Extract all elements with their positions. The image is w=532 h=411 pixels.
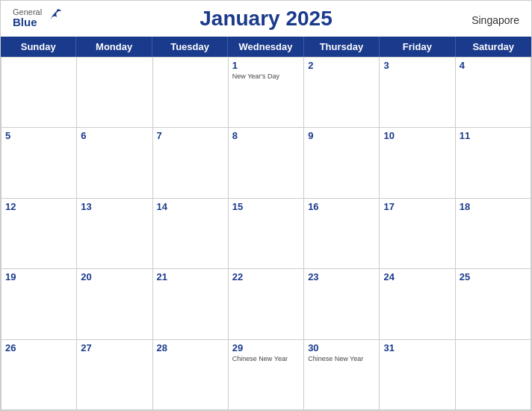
day-number: 10 [383,130,451,141]
holiday-text: Chinese New Year [232,355,300,363]
day-number: 17 [383,201,451,212]
day-header-thursday: Thursday [304,37,380,57]
day-number: 24 [383,271,451,282]
day-number: 5 [5,130,72,141]
day-cell [1,58,77,128]
day-number: 14 [157,201,224,212]
day-cell: 6 [77,128,152,198]
day-cell: 17 [380,199,455,269]
day-number: 30 [308,342,375,353]
day-number: 23 [308,271,375,282]
day-header-friday: Friday [380,37,455,57]
day-cell: 3 [380,58,455,128]
day-header-sunday: Sunday [1,37,76,57]
day-cell: 14 [153,199,229,269]
day-number: 16 [308,201,375,212]
day-cell: 31 [380,340,455,410]
day-number: 15 [232,201,300,212]
day-cell: 28 [153,340,229,410]
day-cell: 8 [229,128,304,198]
day-cell: 19 [1,269,77,339]
day-header-monday: Monday [76,37,152,57]
calendar-grid: 1New Year's Day2345678910111213141516171… [1,57,531,410]
logo-blue: Blue [13,16,42,28]
calendar-wrapper: General Blue January 2025 Singapore Sund… [0,0,532,411]
day-cell: 25 [456,269,531,339]
day-cell: 20 [77,269,152,339]
day-number: 13 [81,201,148,212]
title-block: January 2025 [200,7,332,31]
day-cell: 10 [380,128,455,198]
day-cell: 27 [77,340,152,410]
day-number: 25 [460,271,527,282]
day-cell [153,58,229,128]
day-cell: 1New Year's Day [229,58,304,128]
day-cell: 5 [1,128,77,198]
day-cell: 30Chinese New Year [304,340,380,410]
day-number: 20 [81,271,148,282]
day-header-wednesday: Wednesday [228,37,303,57]
day-number: 6 [81,130,148,141]
day-header-saturday: Saturday [456,37,531,57]
logo: General Blue [13,7,61,28]
day-cell: 15 [229,199,304,269]
calendar-header: General Blue January 2025 Singapore [1,1,531,37]
day-cell: 21 [153,269,229,339]
calendar-title: January 2025 [200,7,332,31]
day-cell: 13 [77,199,152,269]
day-number: 3 [383,60,451,71]
day-cell [456,340,531,410]
day-number: 26 [5,342,72,353]
day-cell: 18 [456,199,531,269]
day-number: 8 [232,130,300,141]
day-number: 12 [5,201,72,212]
day-number: 27 [81,342,148,353]
country-label: Singapore [471,14,519,26]
day-number: 19 [5,271,72,282]
day-number: 4 [460,60,527,71]
day-cell: 9 [304,128,380,198]
day-cell: 16 [304,199,380,269]
day-number: 22 [232,271,300,282]
holiday-text: New Year's Day [232,72,300,81]
day-number: 31 [383,342,451,353]
day-headers: Sunday Monday Tuesday Wednesday Thursday… [1,37,531,57]
day-number: 29 [232,342,300,353]
day-cell: 7 [153,128,229,198]
day-cell: 29Chinese New Year [229,340,304,410]
day-number: 1 [232,60,300,71]
day-cell: 26 [1,340,77,410]
day-cell: 2 [304,58,380,128]
day-cell: 11 [456,128,531,198]
day-number: 2 [308,60,375,71]
day-number: 28 [157,342,224,353]
day-cell: 4 [456,58,531,128]
day-number: 18 [460,201,527,212]
day-number: 9 [308,130,375,141]
logo-bird-icon [45,7,61,26]
holiday-text: Chinese New Year [308,355,375,363]
day-cell: 24 [380,269,455,339]
day-number: 7 [157,130,224,141]
day-cell: 22 [229,269,304,339]
day-cell: 12 [1,199,77,269]
day-number: 11 [460,130,527,141]
day-cell [77,58,152,128]
day-cell: 23 [304,269,380,339]
day-header-tuesday: Tuesday [152,37,228,57]
day-number: 21 [157,271,224,282]
